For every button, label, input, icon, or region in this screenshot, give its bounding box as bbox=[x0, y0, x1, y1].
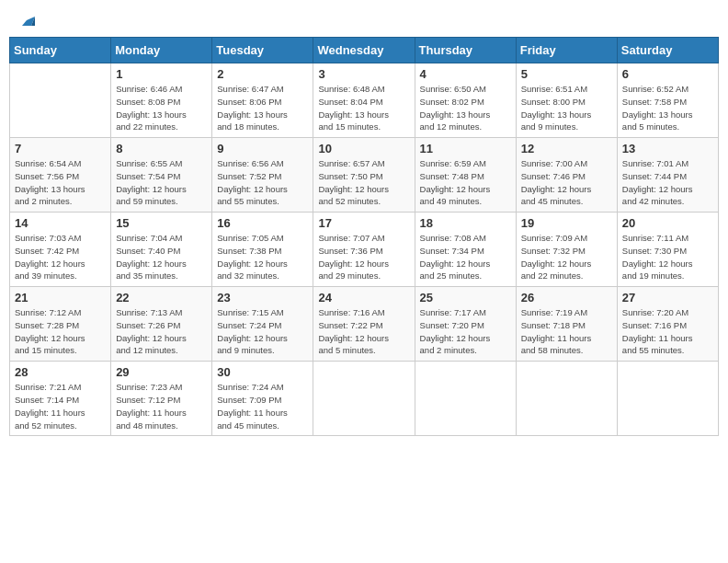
day-info: Sunrise: 7:09 AM Sunset: 7:32 PM Dayligh… bbox=[521, 232, 612, 282]
day-info: Sunrise: 7:13 AM Sunset: 7:26 PM Dayligh… bbox=[116, 306, 207, 357]
calendar-header-row: SundayMondayTuesdayWednesdayThursdayFrid… bbox=[10, 38, 719, 63]
day-number: 29 bbox=[116, 365, 207, 379]
day-number: 16 bbox=[217, 216, 308, 230]
day-number: 10 bbox=[318, 142, 409, 155]
day-info: Sunrise: 6:59 AM Sunset: 7:48 PM Dayligh… bbox=[420, 157, 511, 208]
calendar-cell bbox=[313, 362, 415, 436]
col-header-tuesday: Tuesday bbox=[212, 38, 313, 63]
col-header-wednesday: Wednesday bbox=[313, 38, 415, 63]
calendar-cell: 27Sunrise: 7:20 AM Sunset: 7:16 PM Dayli… bbox=[617, 287, 718, 362]
day-info: Sunrise: 6:54 AM Sunset: 7:56 PM Dayligh… bbox=[15, 157, 106, 208]
week-row-5: 28Sunrise: 7:21 AM Sunset: 7:14 PM Dayli… bbox=[10, 362, 719, 436]
calendar-cell: 25Sunrise: 7:17 AM Sunset: 7:20 PM Dayli… bbox=[415, 287, 516, 362]
calendar-cell: 7Sunrise: 6:54 AM Sunset: 7:56 PM Daylig… bbox=[10, 138, 111, 213]
day-number: 23 bbox=[217, 291, 308, 304]
day-info: Sunrise: 7:17 AM Sunset: 7:20 PM Dayligh… bbox=[420, 306, 511, 357]
day-number: 13 bbox=[622, 142, 713, 155]
col-header-thursday: Thursday bbox=[415, 38, 516, 63]
week-row-3: 14Sunrise: 7:03 AM Sunset: 7:42 PM Dayli… bbox=[10, 213, 719, 287]
day-info: Sunrise: 7:16 AM Sunset: 7:22 PM Dayligh… bbox=[318, 306, 409, 357]
day-info: Sunrise: 6:56 AM Sunset: 7:52 PM Dayligh… bbox=[217, 157, 308, 208]
day-number: 9 bbox=[217, 142, 308, 155]
day-number: 17 bbox=[318, 216, 409, 230]
calendar-cell bbox=[516, 362, 617, 436]
day-number: 3 bbox=[318, 67, 409, 81]
day-number: 18 bbox=[420, 216, 511, 230]
calendar-cell: 21Sunrise: 7:12 AM Sunset: 7:28 PM Dayli… bbox=[10, 287, 111, 362]
day-number: 2 bbox=[217, 67, 308, 81]
day-number: 27 bbox=[622, 291, 713, 304]
calendar-cell: 30Sunrise: 7:24 AM Sunset: 7:09 PM Dayli… bbox=[212, 362, 313, 436]
day-number: 19 bbox=[521, 216, 612, 230]
day-number: 4 bbox=[420, 67, 511, 81]
calendar-cell: 20Sunrise: 7:11 AM Sunset: 7:30 PM Dayli… bbox=[617, 213, 718, 287]
day-number: 20 bbox=[622, 216, 713, 230]
day-number: 14 bbox=[15, 216, 106, 230]
calendar-cell: 17Sunrise: 7:07 AM Sunset: 7:36 PM Dayli… bbox=[313, 213, 415, 287]
calendar-cell: 29Sunrise: 7:23 AM Sunset: 7:12 PM Dayli… bbox=[111, 362, 212, 436]
calendar-cell: 2Sunrise: 6:47 AM Sunset: 8:06 PM Daylig… bbox=[212, 63, 313, 138]
calendar-cell: 12Sunrise: 7:00 AM Sunset: 7:46 PM Dayli… bbox=[516, 138, 617, 213]
calendar-cell: 15Sunrise: 7:04 AM Sunset: 7:40 PM Dayli… bbox=[111, 213, 212, 287]
calendar-cell: 6Sunrise: 6:52 AM Sunset: 7:58 PM Daylig… bbox=[617, 63, 718, 138]
col-header-saturday: Saturday bbox=[617, 38, 718, 63]
day-info: Sunrise: 6:57 AM Sunset: 7:50 PM Dayligh… bbox=[318, 157, 409, 208]
calendar-cell: 11Sunrise: 6:59 AM Sunset: 7:48 PM Dayli… bbox=[415, 138, 516, 213]
calendar-cell: 5Sunrise: 6:51 AM Sunset: 8:00 PM Daylig… bbox=[516, 63, 617, 138]
day-number: 6 bbox=[622, 67, 713, 81]
day-number: 24 bbox=[318, 291, 409, 304]
logo-icon bbox=[18, 13, 35, 28]
calendar-cell: 13Sunrise: 7:01 AM Sunset: 7:44 PM Dayli… bbox=[617, 138, 718, 213]
calendar-table: SundayMondayTuesdayWednesdayThursdayFrid… bbox=[9, 37, 719, 436]
day-number: 5 bbox=[521, 67, 612, 81]
day-info: Sunrise: 7:24 AM Sunset: 7:09 PM Dayligh… bbox=[217, 381, 308, 431]
calendar-cell: 14Sunrise: 7:03 AM Sunset: 7:42 PM Dayli… bbox=[10, 213, 111, 287]
day-info: Sunrise: 7:23 AM Sunset: 7:12 PM Dayligh… bbox=[116, 381, 207, 431]
day-info: Sunrise: 7:01 AM Sunset: 7:44 PM Dayligh… bbox=[622, 157, 713, 208]
calendar-cell: 26Sunrise: 7:19 AM Sunset: 7:18 PM Dayli… bbox=[516, 287, 617, 362]
day-info: Sunrise: 6:55 AM Sunset: 7:54 PM Dayligh… bbox=[116, 157, 207, 208]
day-info: Sunrise: 7:08 AM Sunset: 7:34 PM Dayligh… bbox=[420, 232, 511, 282]
col-header-monday: Monday bbox=[111, 38, 212, 63]
day-info: Sunrise: 7:15 AM Sunset: 7:24 PM Dayligh… bbox=[217, 306, 308, 357]
day-number: 21 bbox=[15, 291, 106, 304]
day-info: Sunrise: 7:20 AM Sunset: 7:16 PM Dayligh… bbox=[622, 306, 713, 357]
day-info: Sunrise: 7:07 AM Sunset: 7:36 PM Dayligh… bbox=[318, 232, 409, 282]
day-number: 26 bbox=[521, 291, 612, 304]
day-info: Sunrise: 6:50 AM Sunset: 8:02 PM Dayligh… bbox=[420, 83, 511, 133]
day-number: 28 bbox=[15, 365, 106, 379]
day-number: 11 bbox=[420, 142, 511, 155]
day-number: 22 bbox=[116, 291, 207, 304]
week-row-4: 21Sunrise: 7:12 AM Sunset: 7:28 PM Dayli… bbox=[10, 287, 719, 362]
day-number: 25 bbox=[420, 291, 511, 304]
day-info: Sunrise: 6:52 AM Sunset: 7:58 PM Dayligh… bbox=[622, 83, 713, 133]
day-info: Sunrise: 7:19 AM Sunset: 7:18 PM Dayligh… bbox=[521, 306, 612, 357]
calendar-cell: 28Sunrise: 7:21 AM Sunset: 7:14 PM Dayli… bbox=[10, 362, 111, 436]
calendar-cell bbox=[415, 362, 516, 436]
day-info: Sunrise: 7:21 AM Sunset: 7:14 PM Dayligh… bbox=[15, 381, 106, 431]
logo bbox=[17, 13, 37, 26]
day-number: 7 bbox=[15, 142, 106, 155]
day-number: 12 bbox=[521, 142, 612, 155]
calendar-cell: 1Sunrise: 6:46 AM Sunset: 8:08 PM Daylig… bbox=[111, 63, 212, 138]
calendar-cell: 4Sunrise: 6:50 AM Sunset: 8:02 PM Daylig… bbox=[415, 63, 516, 138]
calendar-cell: 23Sunrise: 7:15 AM Sunset: 7:24 PM Dayli… bbox=[212, 287, 313, 362]
day-info: Sunrise: 6:47 AM Sunset: 8:06 PM Dayligh… bbox=[217, 83, 308, 133]
calendar-cell: 24Sunrise: 7:16 AM Sunset: 7:22 PM Dayli… bbox=[313, 287, 415, 362]
calendar-cell: 22Sunrise: 7:13 AM Sunset: 7:26 PM Dayli… bbox=[111, 287, 212, 362]
day-info: Sunrise: 7:12 AM Sunset: 7:28 PM Dayligh… bbox=[15, 306, 106, 357]
calendar-cell: 9Sunrise: 6:56 AM Sunset: 7:52 PM Daylig… bbox=[212, 138, 313, 213]
day-info: Sunrise: 7:00 AM Sunset: 7:46 PM Dayligh… bbox=[521, 157, 612, 208]
calendar-cell bbox=[617, 362, 718, 436]
calendar-cell: 16Sunrise: 7:05 AM Sunset: 7:38 PM Dayli… bbox=[212, 213, 313, 287]
calendar-cell: 19Sunrise: 7:09 AM Sunset: 7:32 PM Dayli… bbox=[516, 213, 617, 287]
day-info: Sunrise: 7:11 AM Sunset: 7:30 PM Dayligh… bbox=[622, 232, 713, 282]
day-info: Sunrise: 6:46 AM Sunset: 8:08 PM Dayligh… bbox=[116, 83, 207, 133]
calendar-cell: 18Sunrise: 7:08 AM Sunset: 7:34 PM Dayli… bbox=[415, 213, 516, 287]
week-row-1: 1Sunrise: 6:46 AM Sunset: 8:08 PM Daylig… bbox=[10, 63, 719, 138]
day-number: 15 bbox=[116, 216, 207, 230]
calendar-cell bbox=[10, 63, 111, 138]
day-info: Sunrise: 7:03 AM Sunset: 7:42 PM Dayligh… bbox=[15, 232, 106, 282]
col-header-sunday: Sunday bbox=[10, 38, 111, 63]
day-info: Sunrise: 7:04 AM Sunset: 7:40 PM Dayligh… bbox=[116, 232, 207, 282]
